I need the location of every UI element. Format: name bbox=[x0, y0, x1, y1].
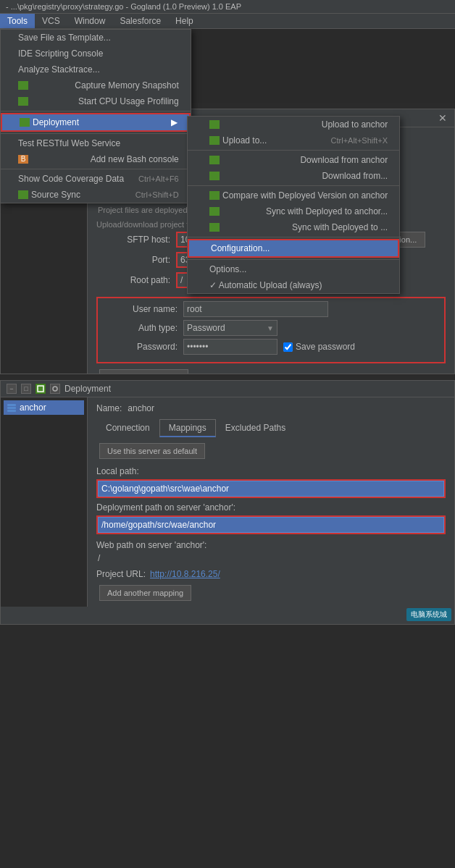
auth-type-value: Password bbox=[187, 323, 267, 333]
auth-type-arrow: ▼ bbox=[267, 324, 274, 332]
mappings-main: Name: anchor Connection Mappings Exclude… bbox=[88, 397, 454, 607]
local-path-box-wrapper bbox=[96, 479, 446, 498]
toolbar-btn-4[interactable] bbox=[50, 384, 60, 394]
menu-tools[interactable]: Tools bbox=[0, 14, 35, 28]
ide-window: - ...\pkg\registry\proxy\strategy.go - G… bbox=[0, 0, 455, 103]
separator-3 bbox=[1, 169, 191, 169]
deployment-submenu: Upload to anchor Upload to... Ctrl+Alt+S… bbox=[187, 116, 400, 294]
submenu-sync-deployed[interactable]: Sync with Deployed to ... bbox=[188, 219, 399, 235]
titlebar-left-2: − □ Deployment bbox=[7, 384, 111, 394]
minimize-btn-2[interactable]: − bbox=[7, 384, 17, 394]
username-row: User name: bbox=[104, 301, 438, 317]
watermark-container: 电脑系统城 bbox=[1, 607, 454, 624]
mappings-name-row: Name: anchor bbox=[96, 403, 446, 413]
sftp-host-label: SFTP host: bbox=[96, 235, 176, 245]
mappings-dialog: − □ Deployment anchor bbox=[0, 380, 455, 625]
mappings-body: anchor Name: anchor Connection Mappings … bbox=[1, 397, 454, 607]
tab-connection-2[interactable]: Connection bbox=[96, 419, 159, 437]
mappings-tabs: Connection Mappings Excluded Paths bbox=[96, 419, 446, 437]
save-password-row: Save password bbox=[283, 342, 355, 352]
project-url-label: Project URL: bbox=[96, 569, 146, 579]
password-input[interactable] bbox=[183, 339, 277, 355]
submenu-sep-4 bbox=[188, 259, 399, 260]
restore-btn-2[interactable]: □ bbox=[21, 384, 31, 394]
project-url-row: Project URL: http://10.8.216.25/ bbox=[96, 569, 446, 579]
tab-excluded-2[interactable]: Excluded Paths bbox=[216, 419, 295, 437]
submenu-options[interactable]: Options... bbox=[188, 261, 399, 277]
submenu-download-anchor[interactable]: Download from anchor bbox=[188, 152, 399, 168]
close-btn[interactable]: ✕ bbox=[437, 112, 448, 124]
save-password-label: Save password bbox=[296, 342, 355, 352]
mappings-name-value: anchor bbox=[128, 403, 446, 413]
use-default-btn[interactable]: Use this server as default bbox=[99, 443, 205, 459]
tools-dropdown: Save File as Template... IDE Scripting C… bbox=[0, 29, 191, 203]
mappings-name-label: Name: bbox=[96, 403, 122, 413]
mappings-sidebar: anchor bbox=[1, 397, 88, 607]
svg-rect-11 bbox=[7, 410, 16, 412]
project-url-value[interactable]: http://10.8.216.25/ bbox=[150, 569, 220, 579]
submenu-compare-deployed[interactable]: Compare with Deployed Version on anchor bbox=[188, 187, 399, 203]
svg-rect-10 bbox=[7, 407, 16, 409]
toolbar-btn-3[interactable] bbox=[36, 384, 46, 394]
credentials-box: User name: Auth type: Password ▼ Passwor… bbox=[96, 297, 446, 363]
submenu-sep-3 bbox=[188, 237, 399, 237]
password-label: Password: bbox=[104, 342, 183, 352]
add-mapping-row: Add another mapping bbox=[96, 585, 446, 601]
menu-capture-memory[interactable]: Capture Memory Snapshot bbox=[1, 77, 191, 93]
menu-vcs[interactable]: VCS bbox=[35, 14, 67, 28]
submenu-sep-1 bbox=[188, 150, 399, 151]
submenu-sync-deployed-anchor[interactable]: Sync with Deployed to anchor... bbox=[188, 203, 399, 219]
local-path-label: Local path: bbox=[96, 466, 446, 476]
submenu-download-from[interactable]: Download from... bbox=[188, 168, 399, 184]
title-bar: - ...\pkg\registry\proxy\strategy.go - G… bbox=[0, 0, 455, 14]
watermark: 电脑系统城 bbox=[406, 608, 451, 621]
save-password-checkbox[interactable] bbox=[283, 342, 293, 352]
use-default-row: Use this server as default bbox=[96, 443, 446, 459]
advanced-options-row: Advanced options... bbox=[96, 369, 446, 374]
submenu-configuration[interactable]: Configuration... bbox=[188, 239, 399, 258]
menu-ide-scripting[interactable]: IDE Scripting Console bbox=[1, 46, 191, 62]
username-label: User name: bbox=[104, 304, 183, 314]
menu-salesforce[interactable]: Salesforce bbox=[112, 14, 168, 28]
svg-rect-9 bbox=[7, 404, 16, 406]
auth-type-label: Auth type: bbox=[104, 323, 183, 333]
mappings-titlebar: − □ Deployment bbox=[1, 381, 454, 397]
menu-save-template[interactable]: Save File as Template... bbox=[1, 30, 191, 46]
deploy-path-box-wrapper bbox=[96, 515, 446, 534]
menu-coverage[interactable]: Show Code Coverage Data Ctrl+Alt+F6 bbox=[1, 171, 191, 187]
title-text: - ...\pkg\registry\proxy\strategy.go - G… bbox=[6, 2, 241, 11]
watermark-text: 电脑系统城 bbox=[406, 608, 451, 621]
svg-rect-7 bbox=[38, 386, 43, 392]
menu-bash-console[interactable]: B Add new Bash console bbox=[1, 151, 191, 167]
separator-2 bbox=[1, 133, 191, 134]
submenu-upload-anchor[interactable]: Upload to anchor bbox=[188, 117, 399, 132]
deploy-path-input[interactable] bbox=[98, 517, 444, 533]
submenu-sep-2 bbox=[188, 185, 399, 186]
local-path-input[interactable] bbox=[98, 481, 444, 497]
menu-bar: Tools VCS Window Salesforce Help bbox=[0, 14, 455, 29]
submenu-upload-to[interactable]: Upload to... Ctrl+Alt+Shift+X bbox=[188, 132, 399, 148]
mappings-sidebar-anchor[interactable]: anchor bbox=[4, 400, 84, 415]
menu-help[interactable]: Help bbox=[168, 14, 201, 28]
auth-type-select[interactable]: Password ▼ bbox=[183, 320, 277, 336]
menu-cpu-profiling[interactable]: Start CPU Usage Profiling bbox=[1, 93, 191, 109]
menu-analyze-stacktrace[interactable]: Analyze Stacktrace... bbox=[1, 62, 191, 77]
mappings-title: Deployment bbox=[64, 384, 111, 394]
deployment-arrow: ▶ bbox=[171, 117, 178, 127]
deploy-path-label: Deployment path on server 'anchor': bbox=[96, 502, 446, 513]
menu-source-sync[interactable]: Source Sync Ctrl+Shift+D bbox=[1, 187, 191, 203]
port-label: Port: bbox=[96, 255, 176, 265]
menu-deployment[interactable]: Deployment ▶ bbox=[1, 113, 191, 132]
web-path-value: / bbox=[96, 553, 446, 563]
menu-window[interactable]: Window bbox=[67, 14, 113, 28]
mappings-sidebar-label: anchor bbox=[20, 403, 46, 413]
tab-mappings-2[interactable]: Mappings bbox=[159, 419, 216, 437]
separator-1 bbox=[1, 111, 191, 111]
password-row: Password: Save password bbox=[104, 339, 438, 355]
submenu-auto-upload[interactable]: ✓ Automatic Upload (always) bbox=[188, 277, 399, 293]
add-mapping-btn[interactable]: Add another mapping bbox=[99, 585, 191, 601]
root-path-label: Root path: bbox=[96, 275, 176, 285]
menu-restful[interactable]: Test RESTful Web Service bbox=[1, 135, 191, 151]
advanced-options-btn[interactable]: Advanced options... bbox=[99, 369, 188, 374]
username-input[interactable] bbox=[183, 301, 328, 317]
